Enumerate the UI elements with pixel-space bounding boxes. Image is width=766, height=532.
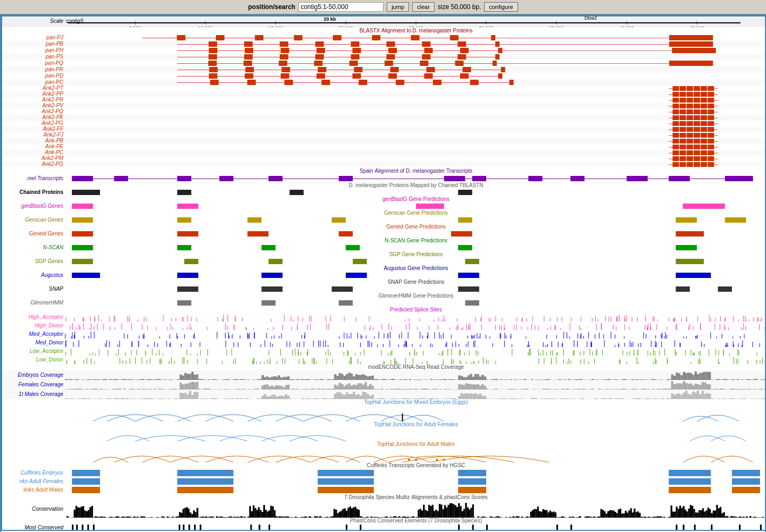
size-label: size 50,000 bp. <box>438 3 481 11</box>
search-label: position/search <box>248 3 295 11</box>
genome-canvas[interactable] <box>1 15 766 531</box>
genome-browser <box>0 14 766 532</box>
clear-button[interactable]: clear <box>412 2 435 12</box>
topbar: position/search jump clear size 50,000 b… <box>0 0 766 14</box>
position-input[interactable] <box>298 2 384 12</box>
jump-button[interactable]: jump <box>387 2 409 12</box>
configure-button[interactable]: configure <box>484 2 518 12</box>
